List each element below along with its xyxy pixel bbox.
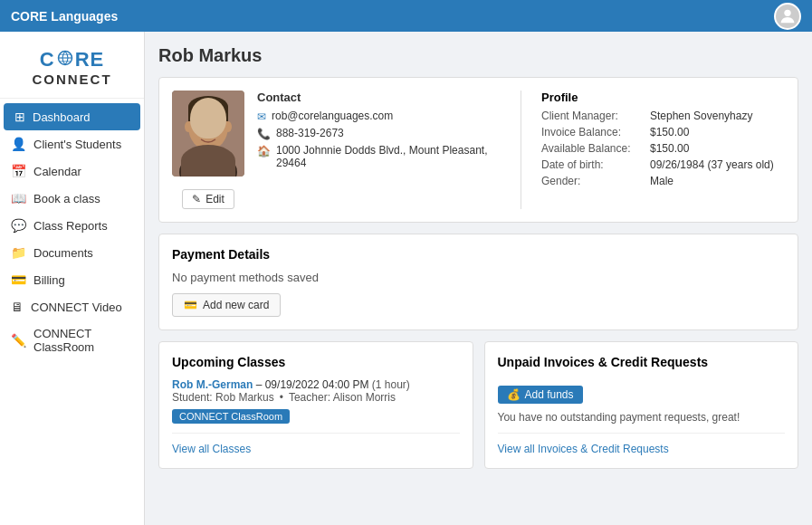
connect-classroom-badge: CONNECT ClassRoom: [172, 409, 290, 424]
profile-row-invoice-balance: Invoice Balance: $150.00: [541, 126, 785, 138]
add-funds-icon: 💰: [507, 388, 521, 401]
profile-card: ✎ Edit Contact ✉ rob@corelanguages.com 📞…: [158, 77, 798, 223]
view-all-classes-link[interactable]: View all Classes: [172, 443, 460, 455]
svg-point-15: [224, 121, 232, 132]
class-entry: Rob M.-German – 09/19/2022 04:00 PM (1 h…: [172, 378, 460, 424]
globe-icon: [57, 48, 73, 72]
contact-phone: 📞 888-319-2673: [257, 127, 501, 140]
svg-point-3: [179, 152, 237, 177]
sidebar-item-dashboard[interactable]: ⊞ Dashboard: [4, 103, 140, 130]
sidebar-item-label: Billing: [33, 273, 65, 287]
contact-email: ✉ rob@corelanguages.com: [257, 110, 501, 123]
edit-icon: ✎: [192, 193, 201, 205]
svg-point-6: [188, 96, 228, 118]
top-bar: CORE Languages: [0, 0, 812, 32]
upcoming-classes-heading: Upcoming Classes: [172, 355, 460, 369]
add-funds-button[interactable]: 💰 Add funds: [498, 386, 583, 404]
class-student: Student: Rob Markus: [172, 391, 274, 404]
upcoming-classes-card: Upcoming Classes Rob M.-German – 09/19/2…: [158, 341, 473, 469]
profile-row-gender: Gender: Male: [541, 175, 785, 187]
profile-row-client-manager: Client Manager: Stephen Sovenyhazy: [541, 110, 785, 122]
app-title: CORE Languages: [11, 9, 118, 24]
address-icon: 🏠: [257, 145, 271, 158]
phone-icon: 📞: [257, 128, 271, 140]
main-content: Rob Markus: [145, 32, 812, 525]
sidebar-item-connect-classroom[interactable]: ✏️ CONNECT ClassRoom: [0, 320, 144, 360]
vertical-divider: [521, 91, 521, 209]
client-manager-value: Stephen Sovenyhazy: [650, 110, 752, 122]
bottom-row: Upcoming Classes Rob M.-German – 09/19/2…: [158, 341, 798, 469]
available-balance-label: Available Balance:: [541, 142, 650, 155]
svg-point-12: [215, 123, 218, 127]
divider: [172, 433, 460, 434]
sidebar-item-billing[interactable]: 💳 Billing: [0, 266, 144, 293]
svg-rect-7: [188, 107, 196, 121]
video-icon: 🖥: [11, 300, 24, 314]
sidebar-item-calendar[interactable]: 📅 Calendar: [0, 158, 144, 185]
contact-heading: Contact: [257, 91, 501, 104]
view-all-invoices-link[interactable]: View all Invoices & Credit Requests: [498, 443, 786, 455]
add-card-button[interactable]: 💳 Add new card: [172, 293, 281, 317]
contact-section: Contact ✉ rob@corelanguages.com 📞 888-31…: [257, 91, 501, 209]
gender-label: Gender:: [541, 175, 650, 187]
email-icon: ✉: [257, 110, 266, 123]
sidebar-item-label: CONNECT ClassRoom: [33, 327, 133, 354]
profile-heading: Profile: [541, 91, 785, 104]
sidebar-item-label: CONNECT Video: [31, 301, 122, 314]
main-layout: C RE CONNECT ⊞ Dashboard: [0, 32, 812, 525]
sidebar-item-label: Class Reports: [33, 219, 108, 233]
documents-icon: 📁: [11, 245, 26, 260]
profile-row-dob: Date of birth: 09/26/1984 (37 years old): [541, 158, 785, 171]
class-duration: (1 hour): [372, 378, 410, 391]
unpaid-invoices-card: Unpaid Invoices & Credit Requests 💰 Add …: [484, 341, 799, 469]
payment-empty-message: No payment methods saved: [172, 271, 785, 284]
page-title: Rob Markus: [158, 45, 798, 66]
sidebar-item-documents[interactable]: 📁 Documents: [0, 239, 144, 266]
edit-button[interactable]: ✎ Edit: [182, 189, 234, 209]
sidebar-item-label: Documents: [33, 246, 93, 260]
payment-heading: Payment Details: [172, 247, 785, 262]
svg-point-0: [784, 9, 790, 15]
classroom-icon: ✏️: [11, 333, 26, 348]
calendar-icon: 📅: [11, 164, 26, 178]
sidebar-item-clients-students[interactable]: 👤 Client's Students: [0, 130, 144, 158]
contact-address: 🏠 1000 Johnnie Dodds Blvd., Mount Pleasa…: [257, 144, 501, 169]
class-title-row: Rob M.-German – 09/19/2022 04:00 PM (1 h…: [172, 378, 460, 391]
class-title: Rob M.-German: [172, 378, 253, 391]
user-avatar[interactable]: [774, 3, 801, 30]
sidebar-item-label: Calendar: [33, 165, 81, 178]
available-balance-value: $150.00: [650, 142, 689, 155]
client-manager-label: Client Manager:: [541, 110, 650, 122]
dashboard-icon: ⊞: [14, 110, 25, 124]
invoice-balance-value: $150.00: [650, 126, 689, 138]
class-teacher: Teacher: Alison Morris: [289, 391, 396, 404]
sidebar: C RE CONNECT ⊞ Dashboard: [0, 32, 145, 525]
dob-label: Date of birth:: [541, 158, 650, 171]
sidebar-item-connect-video[interactable]: 🖥 CONNECT Video: [0, 293, 144, 320]
billing-icon: 💳: [11, 272, 26, 287]
payment-card: Payment Details No payment methods saved…: [158, 234, 798, 330]
reports-icon: 💬: [11, 218, 26, 233]
sidebar-item-label: Book a class: [33, 192, 100, 205]
sidebar-item-book-class[interactable]: 📖 Book a class: [0, 185, 144, 212]
profile-row-available-balance: Available Balance: $150.00: [541, 142, 785, 155]
book-icon: 📖: [11, 191, 26, 205]
class-date: – 09/19/2022 04:00 PM: [256, 378, 369, 391]
svg-point-10: [213, 122, 220, 128]
svg-point-14: [185, 121, 192, 132]
sidebar-item-class-reports[interactable]: 💬 Class Reports: [0, 212, 144, 239]
svg-point-5: [188, 103, 228, 150]
gender-value: Male: [650, 175, 673, 187]
card-icon: 💳: [184, 299, 197, 311]
sidebar-item-label: Dashboard: [33, 110, 91, 124]
class-details-row: Student: Rob Markus • Teacher: Alison Mo…: [172, 391, 460, 424]
profile-photo: [172, 91, 244, 177]
svg-rect-8: [221, 107, 228, 121]
no-outstanding-message: You have no outstanding payment requests…: [498, 411, 786, 424]
divider: [498, 433, 786, 434]
logo-connect: CONNECT: [32, 72, 111, 87]
unpaid-invoices-heading: Unpaid Invoices & Credit Requests: [498, 355, 709, 369]
sidebar-logo: C RE CONNECT: [0, 41, 144, 99]
profile-image: [172, 91, 244, 177]
svg-point-13: [205, 130, 211, 134]
